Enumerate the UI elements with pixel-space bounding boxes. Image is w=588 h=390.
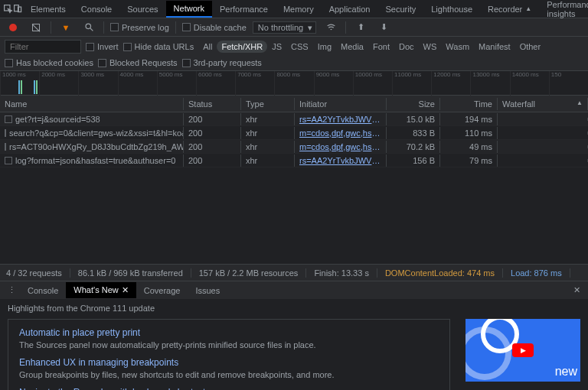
timeline-tick: 150: [549, 71, 588, 96]
filter-pill-all[interactable]: All: [198, 41, 217, 53]
filter-pill-fetchxhr[interactable]: Fetch/XHR: [217, 41, 267, 53]
tab-recorder[interactable]: Recorder▲: [480, 2, 539, 17]
filter-toggle-icon[interactable]: ▼: [57, 19, 74, 36]
drawer-tab-bar: ⋮ Console What's New✕ Coverage Issues ✕: [0, 281, 588, 299]
drawer-tab-console[interactable]: Console: [20, 283, 66, 298]
summary-requests: 4 / 32 requests: [6, 268, 70, 278]
network-toolbar: ▼ Preserve log Disable cache No throttli…: [0, 18, 588, 37]
timeline-tick: 11000 ms: [392, 71, 431, 96]
timeline-tick: 6000 ms: [196, 71, 235, 96]
blocked-requests-checkbox[interactable]: Blocked Requests: [98, 58, 178, 67]
table-row[interactable]: search?q&cp=0&client=gws-wiz&xssi=t&hl=k…: [0, 126, 588, 140]
filter-pill-media[interactable]: Media: [336, 41, 368, 53]
import-har-icon[interactable]: ⬆: [352, 19, 369, 36]
news-item[interactable]: Enhanced UX in managing breakpointsGroup…: [19, 357, 439, 379]
sort-arrow-icon: ▲: [577, 99, 583, 109]
divider: [103, 21, 104, 34]
inspect-icon[interactable]: [3, 1, 13, 18]
timeline-tick: 7000 ms: [235, 71, 274, 96]
resource-type-filters: AllFetch/XHRJSCSSImgMediaFontDocWSWasmMa…: [198, 41, 545, 53]
timeline-tick: 9000 ms: [314, 71, 353, 96]
timeline-tick: 12000 ms: [431, 71, 470, 96]
invert-checkbox[interactable]: Invert: [86, 42, 119, 51]
col-size[interactable]: Size: [387, 98, 440, 110]
news-item[interactable]: Automatic in place pretty printThe Sourc…: [19, 327, 439, 349]
third-party-checkbox[interactable]: 3rd-party requests: [182, 58, 262, 67]
table-row[interactable]: get?rt=j&sourceid=538200xhrrs=AA2YrTvkbJ…: [0, 112, 588, 126]
timeline-tick: 8000 ms: [274, 71, 313, 96]
timeline-tick: 4000 ms: [118, 71, 157, 96]
filter-pill-manifest[interactable]: Manifest: [474, 41, 515, 53]
col-waterfall[interactable]: Waterfall▲: [498, 98, 588, 110]
close-drawer-icon[interactable]: ✕: [568, 282, 585, 299]
drawer-tab-issues[interactable]: Issues: [188, 283, 227, 298]
blocked-cookies-checkbox[interactable]: Has blocked cookies: [5, 58, 93, 67]
filter-pill-font[interactable]: Font: [368, 41, 394, 53]
divider: [345, 21, 346, 34]
device-toggle-icon[interactable]: [13, 1, 23, 18]
drawer-tab-whats-new[interactable]: What's New✕: [66, 282, 136, 298]
svg-point-4: [86, 24, 91, 29]
timeline-tick: 13000 ms: [470, 71, 509, 96]
table-row[interactable]: log?format=json&hasfast=true&authuser=02…: [0, 154, 588, 167]
video-label: new: [555, 365, 577, 379]
news-list: Automatic in place pretty printThe Sourc…: [8, 319, 450, 390]
youtube-play-icon: [512, 343, 534, 357]
filter-pill-js[interactable]: JS: [267, 41, 286, 53]
tab-performance[interactable]: Performance: [212, 2, 276, 17]
col-time[interactable]: Time: [440, 98, 498, 110]
tab-network[interactable]: Network: [166, 1, 212, 18]
news-item[interactable]: Navigate the Recorder with keyboard shor…: [19, 387, 439, 390]
filter-bar: Invert Hide data URLs AllFetch/XHRJSCSSI…: [0, 37, 588, 71]
filter-pill-css[interactable]: CSS: [286, 41, 313, 53]
summary-transferred: 86.1 kB / 969 kB transferred: [78, 268, 191, 278]
summary-resources: 157 kB / 2.2 MB resources: [199, 268, 307, 278]
table-header: Name Status Type Initiator Size Time Wat…: [0, 96, 588, 112]
tab-sources[interactable]: Sources: [119, 2, 165, 17]
divider: [175, 21, 176, 34]
status-bar: 4 / 32 requests 86.1 kB / 969 kB transfe…: [0, 264, 588, 281]
filter-pill-wasm[interactable]: Wasm: [441, 41, 474, 53]
tab-console[interactable]: Console: [74, 2, 119, 17]
hide-data-urls-checkbox[interactable]: Hide data URLs: [123, 42, 194, 51]
throttling-dropdown[interactable]: No throttling: [253, 21, 316, 34]
tab-elements[interactable]: Elements: [23, 2, 74, 17]
summary-load: Load: 876 ms: [511, 268, 570, 278]
close-tab-icon[interactable]: ✕: [122, 285, 129, 295]
disable-cache-checkbox[interactable]: Disable cache: [182, 23, 247, 32]
col-name[interactable]: Name: [0, 98, 184, 110]
timeline-overview[interactable]: 1000 ms2000 ms3000 ms4000 ms5000 ms6000 …: [0, 71, 588, 96]
timeline-tick: 3000 ms: [78, 71, 117, 96]
filter-pill-img[interactable]: Img: [313, 41, 336, 53]
tab-memory[interactable]: Memory: [276, 2, 322, 17]
tab-performance-insights[interactable]: Performance insights▲: [539, 0, 588, 21]
clear-icon[interactable]: [28, 19, 44, 36]
timeline-tick: 10000 ms: [353, 71, 392, 96]
divider: [51, 21, 51, 34]
whats-new-panel: Highlights from the Chrome 111 update Au…: [0, 299, 588, 390]
filter-input[interactable]: [5, 40, 81, 54]
export-har-icon[interactable]: ⬇: [375, 19, 392, 36]
tab-security[interactable]: Security: [377, 2, 423, 17]
main-tab-bar: Elements Console Sources Network Perform…: [0, 0, 588, 18]
timeline-tick: 2000 ms: [39, 71, 78, 96]
timeline-tick: 5000 ms: [157, 71, 196, 96]
table-row[interactable]: rs=ACT90oHWXgRy_D8J3buCdtbZg219h_AWXA200…: [0, 140, 588, 154]
filter-pill-other[interactable]: Other: [515, 41, 546, 53]
drawer-tab-coverage[interactable]: Coverage: [136, 283, 188, 298]
video-thumbnail[interactable]: new: [466, 319, 580, 382]
timeline-tick: 14000 ms: [510, 71, 549, 96]
tab-application[interactable]: Application: [322, 2, 378, 17]
col-type[interactable]: Type: [241, 98, 295, 110]
preserve-log-checkbox[interactable]: Preserve log: [110, 23, 169, 32]
col-initiator[interactable]: Initiator: [295, 98, 387, 110]
request-table: Name Status Type Initiator Size Time Wat…: [0, 96, 588, 264]
filter-pill-ws[interactable]: WS: [419, 41, 442, 53]
record-icon[interactable]: [5, 19, 21, 36]
drawer-kebab-icon[interactable]: ⋮: [3, 282, 20, 299]
wifi-icon[interactable]: [322, 19, 339, 36]
filter-pill-doc[interactable]: Doc: [394, 41, 419, 53]
col-status[interactable]: Status: [184, 98, 241, 110]
search-icon[interactable]: [80, 19, 97, 36]
tab-lighthouse[interactable]: Lighthouse: [423, 2, 480, 17]
